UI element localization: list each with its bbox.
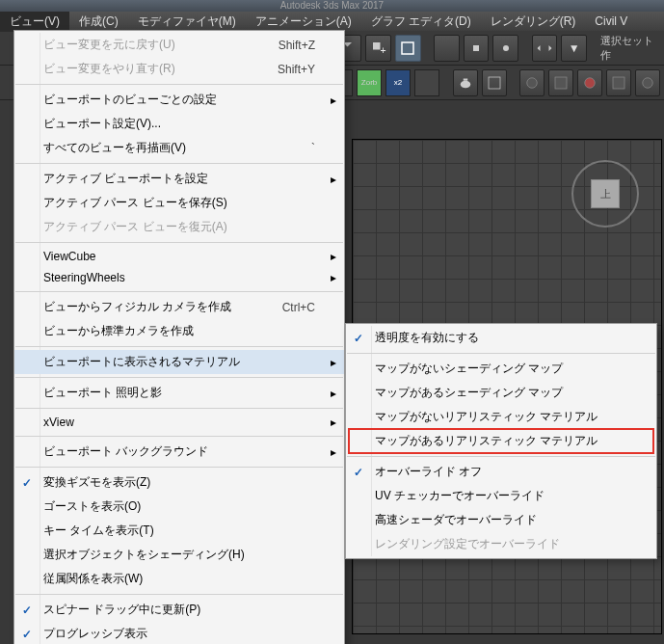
view-menu-item-28[interactable]: 選択オブジェクトをシェーディング(H) — [14, 543, 344, 567]
view-menu-item-14[interactable]: ビューからフィジカル カメラを作成Ctrl+C — [14, 295, 344, 319]
menubar-item-animation[interactable]: アニメーション(A) — [246, 12, 361, 32]
view-menu-item-label: 変換ギズモを表示(Z) — [43, 474, 150, 491]
svg-rect-11 — [613, 77, 624, 89]
tool-rs1-icon[interactable] — [519, 69, 544, 96]
tool-mirror-icon[interactable] — [532, 35, 558, 62]
material-submenu-item-label: マップがあるリアリスティック マテリアル — [375, 433, 598, 449]
view-menu-item-5[interactable]: すべてのビューを再描画(V)` — [14, 136, 344, 160]
view-menu-item-12[interactable]: SteeringWheels▸ — [14, 267, 344, 288]
view-menu-item-19[interactable]: ビューポート 照明と影▸ — [14, 381, 344, 405]
view-menu-item-label: アクティブ ビューポートを設定 — [43, 171, 208, 187]
material-submenu-item-5[interactable]: マップがあるリアリスティック マテリアル — [346, 429, 656, 453]
selection-set-label: 選択セット作 — [600, 34, 660, 63]
material-submenu-separator — [347, 456, 655, 457]
view-menu-separator — [15, 467, 343, 468]
material-submenu-item-label: レンダリング設定でオーバーライド — [375, 536, 560, 552]
check-icon: ✓ — [22, 604, 32, 617]
material-submenu-item-label: マップがあるシェーディング マップ — [375, 385, 563, 401]
shortcut-label: Ctrl+C — [282, 301, 315, 314]
tool-dropdown-icon[interactable]: ▼ — [561, 35, 587, 62]
menubar-item-render[interactable]: レンダリング(R) — [481, 12, 586, 32]
view-menu-item-27[interactable]: キー タイムを表示(T) — [14, 519, 344, 543]
view-menu-item-4[interactable]: ビューポート設定(V)... — [14, 112, 344, 136]
view-menu-item-label: スピナー ドラッグ中に更新(P) — [43, 602, 200, 618]
thumb-2[interactable]: Zorb — [357, 69, 382, 96]
view-menu-separator — [15, 242, 343, 243]
tool-rs4-icon[interactable] — [606, 69, 631, 96]
titlebar-text: Autodesk 3ds Max 2017 — [280, 0, 384, 12]
svg-point-5 — [460, 80, 470, 88]
view-menu-item-21[interactable]: xView▸ — [14, 412, 344, 433]
material-submenu-item-8[interactable]: UV チェッカーでオーバーライド — [346, 484, 656, 508]
view-menu-item-11[interactable]: ViewCube▸ — [14, 246, 344, 267]
svg-rect-6 — [463, 78, 467, 80]
tool-select-all[interactable] — [395, 35, 421, 62]
svg-rect-0 — [373, 42, 381, 50]
material-submenu-item-3[interactable]: マップがあるシェーディング マップ — [346, 381, 656, 405]
view-menu-item-31[interactable]: ✓スピナー ドラッグ中に更新(P) — [14, 598, 344, 622]
view-menu-item-32[interactable]: ✓プログレッシブ表示 — [14, 622, 344, 644]
thumb-3[interactable]: x2 — [385, 69, 411, 96]
material-submenu-item-0[interactable]: ✓透明度を有効にする — [346, 326, 656, 350]
view-menu-item-29[interactable]: 従属関係を表示(W) — [14, 567, 344, 591]
view-menu-separator — [15, 84, 343, 85]
material-submenu-item-9[interactable]: 高速シェーダでオーバーライド — [346, 508, 656, 532]
view-menu-item-label: ビューポートのビューごとの設定 — [43, 92, 217, 108]
tool-teapot-icon[interactable] — [453, 69, 478, 96]
view-menu-separator — [15, 408, 343, 409]
submenu-arrow-icon: ▸ — [331, 173, 336, 186]
menubar-item-modifier[interactable]: モディファイヤ(M) — [128, 12, 246, 32]
view-menu-item-23[interactable]: ビューポート バックグラウンド▸ — [14, 440, 344, 464]
view-menu-item-25[interactable]: ✓変換ギズモを表示(Z) — [14, 470, 344, 495]
tool-align-icon[interactable] — [434, 35, 460, 62]
shortcut-label: ` — [311, 142, 315, 155]
view-menu-item-label: ビューから標準カメラを作成 — [43, 323, 194, 339]
material-submenu-separator — [347, 353, 655, 354]
view-menu-item-label: ビューポートに表示されるマテリアル — [43, 354, 240, 370]
thumb-4[interactable] — [414, 69, 439, 96]
menubar: ビュー(V) 作成(C) モディファイヤ(M) アニメーション(A) グラフ エ… — [0, 12, 664, 31]
view-menu-item-label: すべてのビューを再描画(V) — [43, 140, 186, 156]
view-menu-item-26[interactable]: ゴーストを表示(O) — [14, 495, 344, 519]
material-submenu-item-7[interactable]: ✓オーバーライド オフ — [346, 460, 656, 484]
svg-text:+: + — [380, 44, 385, 56]
material-submenu-item-2[interactable]: マップがないシェーディング マップ — [346, 357, 656, 381]
view-menu-item-7[interactable]: アクティブ ビューポートを設定▸ — [14, 167, 344, 191]
tool-rs2-icon[interactable] — [548, 69, 573, 96]
view-menu-item-15[interactable]: ビューから標準カメラを作成 — [14, 319, 344, 343]
menubar-item-graph[interactable]: グラフ エディタ(D) — [361, 12, 481, 32]
view-menu-item-label: xView — [43, 416, 74, 429]
svg-point-12 — [643, 77, 653, 88]
tool-snaps-icon[interactable] — [464, 35, 490, 62]
view-menu-item-8[interactable]: アクティブ パース ビューを保存(S) — [14, 191, 344, 215]
tool-more-icon[interactable] — [492, 35, 518, 62]
view-menu-item-label: ゴーストを表示(O) — [43, 498, 141, 515]
view-menu-separator — [15, 377, 343, 378]
tool-rs5-icon[interactable] — [635, 69, 660, 96]
view-menu-separator — [15, 163, 343, 164]
submenu-arrow-icon: ▸ — [331, 271, 336, 284]
view-menu-item-17[interactable]: ビューポートに表示されるマテリアル▸ — [14, 350, 344, 374]
view-menu-item-3[interactable]: ビューポートのビューごとの設定▸ — [14, 88, 344, 112]
shortcut-label: Shift+Z — [279, 39, 315, 52]
viewcube-face[interactable]: 上 — [591, 179, 620, 208]
tool-add-icon[interactable]: + — [365, 35, 391, 62]
check-icon: ✓ — [354, 332, 363, 345]
tool-rs3-icon[interactable] — [577, 69, 602, 96]
menubar-item-view[interactable]: ビュー(V) — [0, 12, 69, 32]
material-submenu-item-4[interactable]: マップがないリアリスティック マテリアル — [346, 405, 656, 429]
svg-rect-9 — [555, 77, 567, 89]
menubar-item-create[interactable]: 作成(C) — [69, 12, 128, 32]
menubar-item-civil[interactable]: Civil V — [585, 13, 637, 30]
shortcut-label: Shift+Y — [278, 63, 315, 76]
view-menu-item-label: ビューポート バックグラウンド — [43, 443, 208, 460]
svg-point-4 — [503, 45, 509, 51]
view-menu-item-label: プログレッシブ表示 — [43, 626, 147, 642]
view-menu-item-label: アクティブ パース ビューを復元(A) — [43, 219, 227, 235]
view-menu-item-label: ビューポート設定(V)... — [43, 116, 161, 132]
view-menu-separator — [15, 436, 343, 437]
view-menu-item-label: ViewCube — [43, 250, 95, 263]
submenu-arrow-icon: ▸ — [331, 387, 336, 400]
tool-render-icon[interactable] — [482, 69, 507, 96]
viewcube[interactable]: 上 — [571, 160, 639, 228]
